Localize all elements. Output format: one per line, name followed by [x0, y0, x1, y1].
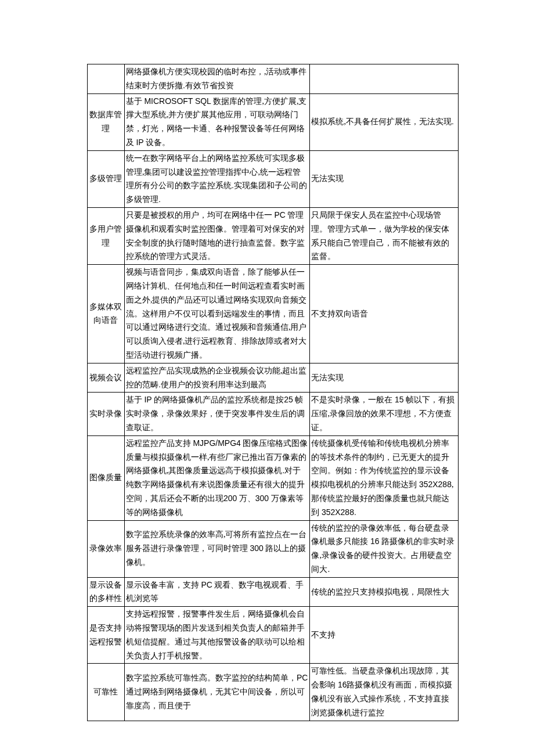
row-label: 多级管理 — [88, 150, 125, 207]
table-row: 多级管理统一在数字网络平台上的网络监控系统可实现多极管理,集团可以建设监控管理指… — [88, 150, 459, 207]
digital-system-cell: 视频与语音同步，集成双向语音，除了能够从任一网络计算机、任何地点和任一时间远程查… — [124, 265, 310, 363]
table-row: 图像质量远程监控产品支持 MJPG/MPG4 图像压缩格式图像质量与模拟摄像机一… — [88, 435, 459, 520]
row-label: 多用户管理 — [88, 207, 125, 264]
row-label — [88, 64, 125, 94]
digital-system-cell: 基于 MICROSOFT SQL 数据库的管理,方便扩展,支撑大型系统,并方便扩… — [124, 93, 310, 150]
row-label: 视频会议 — [88, 363, 125, 393]
table-row: 录像效率数字监控系统录像的效率高,可将所有监控点在一台服务器进行录像管理，可同时… — [88, 520, 459, 577]
row-label: 数据库管理 — [88, 93, 125, 150]
table-row: 数据库管理基于 MICROSOFT SQL 数据库的管理,方便扩展,支撑大型系统… — [88, 93, 459, 150]
analog-system-cell: 模拟系统,不具备任何扩展性，无法实现. — [310, 93, 459, 150]
digital-system-cell: 远程监控产品支持 MJPG/MPG4 图像压缩格式图像质量与模拟摄像机一样,有些… — [124, 435, 310, 520]
table-row: 可靠性数字监控系统可靠性高。数字监控的结构简单，PC 通过网络到网络摄像机，无其… — [88, 664, 459, 721]
table-row: 多媒体双向语音视频与语音同步，集成双向语音，除了能够从任一网络计算机、任何地点和… — [88, 265, 459, 363]
table-row: 显示设备的多样性显示设备丰富，支持 PC 观看、数字电视观看、手机浏览等传统的监… — [88, 577, 459, 607]
digital-system-cell: 网络摄像机方便实现校园的临时布控，,活动或事件结束时方便拆撤.有效节省投资 — [124, 64, 310, 94]
table-row: 网络摄像机方便实现校园的临时布控，,活动或事件结束时方便拆撤.有效节省投资 — [88, 64, 459, 94]
row-label: 是否支持远程报警 — [88, 607, 125, 664]
analog-system-cell: 不支持双向语音 — [310, 265, 459, 363]
row-label: 显示设备的多样性 — [88, 577, 125, 607]
digital-system-cell: 统一在数字网络平台上的网络监控系统可实现多极管理,集团可以建设监控管理指挥中心,… — [124, 150, 310, 207]
digital-system-cell: 远程监控产品实现成熟的企业视频会议功能,超出监控的范畴.使用户的投资利用率达到最… — [124, 363, 310, 393]
row-label: 图像质量 — [88, 435, 125, 520]
analog-system-cell — [310, 64, 459, 94]
digital-system-cell: 数字监控系统可靠性高。数字监控的结构简单，PC 通过网络到网络摄像机，无其它中间… — [124, 664, 310, 721]
table-row: 多用户管理只要是被授权的用户，均可在网络中任一 PC 管理摄像机和观看实时监控图… — [88, 207, 459, 264]
table-row: 视频会议远程监控产品实现成熟的企业视频会议功能,超出监控的范畴.使用户的投资利用… — [88, 363, 459, 393]
analog-system-cell: 只局限于保安人员在监控中心现场管理。管理方式单一，做为学校的保安体系只能自己管理… — [310, 207, 459, 264]
analog-system-cell: 传统的监控只支持模拟电视，局限性大 — [310, 577, 459, 607]
analog-system-cell: 传统的监控的录像效率低，每台硬盘录像机最多只能接 16 路摄像机的非实时录像,录… — [310, 520, 459, 577]
table-row: 是否支持远程报警支持远程报警，报警事件发生后，网络摄像机会自动将报警现场的图片发… — [88, 607, 459, 664]
table-row: 实时录像基于 IP 的网络摄像机产品的监控系统都是按25 帧实时录像，录像效果好… — [88, 393, 459, 435]
row-label: 多媒体双向语音 — [88, 265, 125, 363]
document-page: 网络摄像机方便实现校园的临时布控，,活动或事件结束时方便拆撤.有效节省投资数据库… — [0, 0, 534, 756]
analog-system-cell: 无法实现 — [310, 363, 459, 393]
row-label: 录像效率 — [88, 520, 125, 577]
digital-system-cell: 支持远程报警，报警事件发生后，网络摄像机会自动将报警现场的图片发送到相关负责人的… — [124, 607, 310, 664]
digital-system-cell: 显示设备丰富，支持 PC 观看、数字电视观看、手机浏览等 — [124, 577, 310, 607]
digital-system-cell: 数字监控系统录像的效率高,可将所有监控点在一台服务器进行录像管理，可同时管理 3… — [124, 520, 310, 577]
comparison-table: 网络摄像机方便实现校园的临时布控，,活动或事件结束时方便拆撤.有效节省投资数据库… — [87, 64, 459, 721]
analog-system-cell: 无法实现 — [310, 150, 459, 207]
analog-system-cell: 传统摄像机受传输和传统电视机分辨率的等技术条件的制约，已无更大的提升空间。例如：… — [310, 435, 459, 520]
digital-system-cell: 只要是被授权的用户，均可在网络中任一 PC 管理摄像机和观看实时监控图像。管理着… — [124, 207, 310, 264]
analog-system-cell: 不支持 — [310, 607, 459, 664]
row-label: 可靠性 — [88, 664, 125, 721]
analog-system-cell: 可靠性低。当硬盘录像机出现故障，其会影响 16路摄像机没有画面，而模拟摄像机没有… — [310, 664, 459, 721]
row-label: 实时录像 — [88, 393, 125, 435]
analog-system-cell: 不是实时录像，一般在 15 帧以下，有损压缩,录像回放的效果不理想，不方便查证。 — [310, 393, 459, 435]
digital-system-cell: 基于 IP 的网络摄像机产品的监控系统都是按25 帧实时录像，录像效果好，便于突… — [124, 393, 310, 435]
